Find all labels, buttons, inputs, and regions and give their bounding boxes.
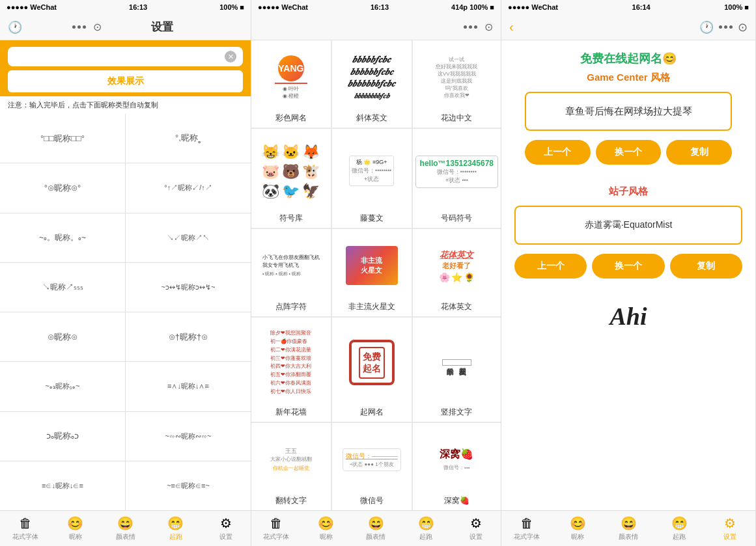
feature-deep[interactable]: 深窝🍓 微信号：••• 深窝🍓 (413, 423, 501, 510)
search-clear-btn[interactable]: ✕ (225, 51, 236, 62)
effect-btn[interactable]: 效果展示 (8, 70, 243, 92)
nav-dots-3[interactable] (719, 25, 733, 29)
tab-3-nickname[interactable]: 😊 昵称 (552, 511, 603, 546)
tab-1-start[interactable]: 😁 起跑 (150, 511, 201, 546)
feature-flame-preview: 非主流火星文 (335, 233, 409, 299)
feature-wechat[interactable]: 微信号：———— +状态 ●●● 1个朋友 微信号 (332, 423, 412, 510)
feature-wechat-label: 微信号 (360, 495, 384, 506)
feature-dotmatrix-preview: 小飞飞在你朋友圈翻飞机 我女专用飞机飞 • 昵称 • 昵称 • 昵称 (254, 233, 328, 299)
nav-dots-2[interactable]: ⊙ (464, 21, 493, 33)
feature-colorful[interactable]: YANG ◉ 叶叶 ◉ 橙橙 彩色网名 (251, 40, 331, 128)
signal-1: ●●●●● WeChat (7, 3, 57, 11)
name-item-7[interactable]: ~ↄ↭↯昵称ↄ↭↯~ (126, 263, 251, 312)
feature-italic[interactable]: 𝒃𝒃𝒃𝒃𝒃𝒇𝒄𝒃𝒄𝒃𝒃𝒃𝒃𝒃𝒃𝒇𝒄𝒃𝒄𝒃𝒃𝒃𝒃𝒃𝒃𝒃𝒇𝒄𝒃𝒄𝒃𝒃𝒃𝒃𝒃𝒃𝒃𝒃𝒇𝒄… (332, 40, 412, 128)
name-item-12[interactable]: ↄₒ昵称ₒↄ (0, 412, 125, 461)
battery-3: 100% ■ (724, 3, 749, 11)
nav-dots-1[interactable]: ⊙ (72, 21, 102, 33)
feature-newyear-preview: 除夕❤我您国聚音 初一🍎你值豪春 初二❤你满花流量 初三❤你蓬蔓双墙 初四❤你大… (254, 321, 328, 403)
tab-3-start[interactable]: 😁 起跑 (654, 511, 705, 546)
feature-dotmatrix-label: 点阵字符 (275, 301, 307, 312)
tab-1-settings[interactable]: ⚙ 设置 (201, 511, 251, 546)
game-center-style-label: Game Center 风格 (525, 72, 732, 84)
tab-1-settings-icon: ⚙ (220, 515, 232, 531)
status-bar-1: ●●●●● WeChat 16:13 100% ■ (0, 0, 251, 14)
name-item-11[interactable]: ≡∧↓昵称↓∧≡ (126, 362, 251, 411)
feature-flip[interactable]: 王五 大家小心说翻就翻 你机会一起睡觉 翻转文字 (251, 423, 331, 510)
feature-flame[interactable]: 非主流火星文 非主流火星文 (332, 229, 412, 316)
tab-1-font-icon: 🗑 (19, 516, 32, 531)
station-next-btn[interactable]: 换一个 (592, 254, 664, 279)
feature-vertical[interactable]: 最酷的字 我是朋友圈 竖排文字 (413, 318, 501, 421)
tab-2-settings[interactable]: ⚙ 设置 (451, 511, 501, 546)
game-next-btn[interactable]: 换一个 (596, 140, 662, 165)
panel-2: ●●●●● WeChat 16:13 414p 100% ■ ⊙ YANG ◉ … (251, 0, 501, 546)
name-item-13[interactable]: ~∽∾昵称∾∽~ (126, 412, 251, 461)
search-area-1: ✕ 效果展示 (0, 40, 251, 96)
nav-history-icon-3[interactable]: 🕐 (699, 20, 714, 34)
feature-number[interactable]: hello™13512345678 微信号：•••••••• +状态 ••• 号… (413, 129, 501, 227)
feature-emoji[interactable]: 😸 🐱 🦊 🐷 🐻 🐮 🐼 🐦 🦅 符号库 (251, 129, 331, 227)
name-item-6[interactable]: ↘昵称↗₅₅₅ (0, 263, 125, 312)
feature-bordered-preview: 试一试 您好我来我我我我 这VV我我我我我 这是到底我我 吗"我喜欢 你喜欢我❤ (415, 44, 498, 110)
feature-flame-label: 非主流火星文 (348, 301, 395, 312)
feature-dotmatrix[interactable]: 小飞飞在你朋友圈翻飞机 我女专用飞机飞 • 昵称 • 昵称 • 昵称 点阵字符 (251, 229, 331, 316)
tab-3-font[interactable]: 🗑 花式字体 (501, 511, 552, 546)
battery-1: 100% ■ (219, 3, 244, 11)
back-btn[interactable]: ‹ (509, 20, 514, 34)
feature-colorful-preview: YANG ◉ 叶叶 ◉ 橙橙 (254, 44, 328, 110)
nav-bar-1: 🕐 ⊙ 设置 (0, 14, 251, 40)
nav-title-1: 设置 (151, 20, 173, 34)
tab-1-font[interactable]: 🗑 花式字体 (0, 511, 50, 546)
feature-vertical-label: 竖排文字 (441, 407, 472, 418)
name-item-8[interactable]: ⊙昵称⊙ (0, 312, 125, 361)
feature-flowereng[interactable]: 花体英文 老好看了 🌸 ⭐ 🌻 花体英文 (413, 229, 501, 316)
tab-2-nickname[interactable]: 😊 昵称 (301, 511, 352, 546)
nav-camera-icon-3[interactable]: ⊙ (738, 20, 748, 34)
station-prev-btn[interactable]: 上一个 (514, 254, 587, 279)
name-item-14[interactable]: ≡∈↓昵称↓∈≡ (0, 461, 125, 510)
tab-1-nickname[interactable]: 😊 昵称 (50, 511, 100, 546)
name-item-10[interactable]: ~ₒ₁昵称₁ₒ~ (0, 362, 125, 411)
feature-stamp[interactable]: 免费起名 起网名 (332, 318, 412, 421)
search-input[interactable] (14, 51, 225, 62)
name-item-15[interactable]: ~≡∈昵称∈≡~ (126, 461, 251, 510)
feature-vine[interactable]: 杨 🌟 ≡9G+ 微信号：•••••••• +状态 藤蔓文 (332, 129, 412, 227)
station-name-display: 赤道雾霭·EquatorMist (514, 206, 742, 245)
tab-2-emoji[interactable]: 😄 颜表情 (351, 511, 401, 546)
name-item-4[interactable]: ~ₒ。昵称。ₒ~ (0, 213, 125, 262)
tab-1-emoji[interactable]: 😄 颜表情 (100, 511, 150, 546)
station-copy-btn[interactable]: 复制 (670, 254, 742, 279)
name-item-3[interactable]: °↑↗昵称↙/↑↗ (126, 163, 251, 212)
tab-1-emoji-label: 颜表情 (116, 532, 135, 541)
feature-deep-preview: 深窝🍓 微信号：••• (415, 427, 498, 493)
tab-2-font[interactable]: 🗑 花式字体 (251, 511, 301, 546)
name-item-2[interactable]: °⊙昵称⊙° (0, 163, 125, 212)
time-2: 16:13 (371, 3, 389, 11)
signal-3: ●●●●● WeChat (508, 3, 558, 11)
feature-emoji-label: 符号库 (279, 213, 303, 224)
tab-1-nickname-icon: 😊 (67, 515, 83, 531)
name-item-9[interactable]: ⊙†昵称†⊙ (126, 312, 251, 361)
name-item-1[interactable]: °,昵称ₒ (126, 114, 251, 163)
names-grid: °□□昵称□□° °,昵称ₒ °⊙昵称⊙° °↑↗昵称↙/↑↗ ~ₒ。昵称。ₒ~… (0, 114, 251, 510)
tab-2-start-icon: 😁 (418, 515, 434, 531)
panel-1: ●●●●● WeChat 16:13 100% ■ 🕐 ⊙ 设置 ✕ 效果展示 … (0, 0, 251, 546)
tab-2-font-icon: 🗑 (270, 516, 283, 531)
search-input-wrap[interactable]: ✕ (8, 47, 243, 66)
ahi-text: Ahi (518, 302, 738, 331)
feature-vertical-preview: 最酷的字 我是朋友圈 (415, 321, 498, 403)
nav-history-icon[interactable]: 🕐 (8, 20, 22, 34)
feature-flip-preview: 王五 大家小心说翻就翻 你机会一起睡觉 (254, 427, 328, 493)
tab-2-start[interactable]: 😁 起跑 (401, 511, 451, 546)
game-copy-btn[interactable]: 复制 (666, 140, 732, 165)
tab-3-settings-label: 设置 (723, 532, 736, 541)
game-prev-btn[interactable]: 上一个 (525, 140, 591, 165)
feature-bordered[interactable]: 试一试 您好我来我我我我 这VV我我我我我 这是到底我我 吗"我喜欢 你喜欢我❤… (413, 40, 501, 128)
name-item-5[interactable]: ↘↙昵称↗↖ (126, 213, 251, 262)
tab-3-settings[interactable]: ⚙ 设置 (705, 511, 755, 546)
tab-3-emoji[interactable]: 😄 颜表情 (603, 511, 654, 546)
tab-2-settings-label: 设置 (469, 532, 483, 541)
name-item-0[interactable]: °□□昵称□□° (0, 114, 125, 163)
feature-stamp-label: 起网名 (360, 407, 384, 418)
feature-newyear[interactable]: 除夕❤我您国聚音 初一🍎你值豪春 初二❤你满花流量 初三❤你蓬蔓双墙 初四❤你大… (251, 318, 331, 421)
